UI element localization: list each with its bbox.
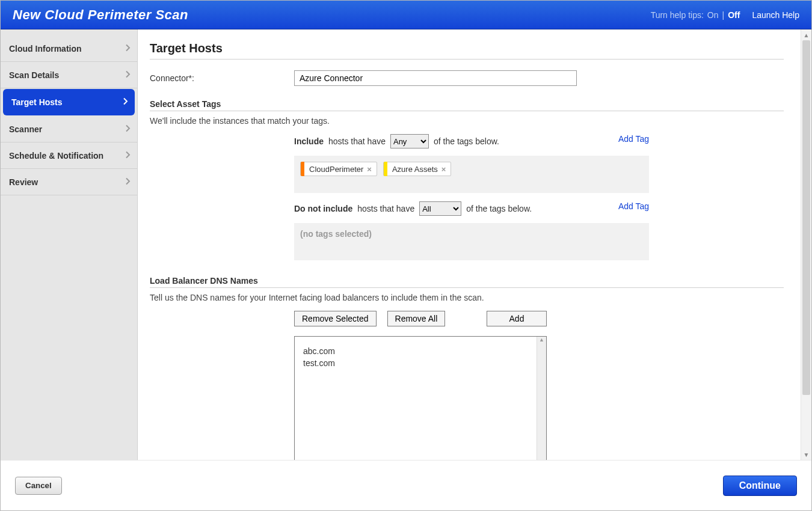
continue-button[interactable]: Continue [723,476,797,496]
help-tips-label: Turn help tips: [651,10,704,20]
chevron-right-icon [125,124,131,134]
main: Target Hosts Connector*: Select Asset Ta… [138,29,811,460]
exclude-placeholder: (no tags selected) [300,229,372,239]
exclude-tagbox: (no tags selected) [294,223,649,260]
scroll-down-icon[interactable]: ▼ [801,449,811,460]
tag-chip-label: CloudPerimeter [309,165,363,174]
lb-section: Load Balancer DNS Names Tell us the DNS … [150,276,784,460]
sidebar-item-schedule-notification[interactable]: Schedule & Notification [1,142,137,169]
dns-scrollbar[interactable]: ▲ [537,337,546,460]
exclude-mode-select[interactable]: All [419,201,461,216]
exclude-add-tag-link[interactable]: Add Tag [618,201,649,211]
sidebar-item-label: Review [9,177,38,187]
tag-chip-cloudperimeter[interactable]: CloudPerimeter × [300,162,377,176]
sidebar-item-target-hosts[interactable]: Target Hosts [3,89,135,115]
chevron-right-icon [125,70,131,80]
sidebar-item-cloud-information[interactable]: Cloud Information [1,35,137,62]
body: Cloud Information Scan Details Target Ho… [1,29,811,460]
chevron-right-icon [125,150,131,161]
sidebar-item-scan-details[interactable]: Scan Details [1,62,137,88]
help-tips-off[interactable]: Off [728,10,740,20]
sidebar-item-label: Schedule & Notification [9,151,103,161]
include-prefix-rest: hosts that have [328,136,386,146]
sidebar-item-review[interactable]: Review [1,169,137,195]
dns-list: abc.com test.com [295,337,537,460]
divider [150,59,784,60]
window: New Cloud Perimeter Scan Turn help tips:… [0,0,812,511]
sidebar-item-label: Target Hosts [11,97,63,107]
scroll-thumb[interactable] [802,40,810,395]
chevron-right-icon [125,177,131,187]
divider [150,111,784,111]
header-right: Turn help tips: On | Off Launch Help [651,10,799,20]
remove-tag-icon[interactable]: × [441,165,446,174]
sidebar-item-label: Scanner [9,124,42,134]
include-tags-block: Include hosts that have Any of the tags … [294,134,649,260]
sidebar-item-label: Scan Details [9,70,59,80]
lb-button-row: Remove Selected Remove All Add [294,311,547,326]
scroll-up-icon[interactable]: ▲ [801,29,811,40]
content: Target Hosts Connector*: Select Asset Ta… [138,29,801,460]
remove-all-button[interactable]: Remove All [387,311,446,326]
connector-label: Connector*: [150,73,294,83]
header-bar: New Cloud Perimeter Scan Turn help tips:… [1,1,811,29]
asset-tags-desc: We'll include the instances that match y… [150,116,784,126]
divider [150,287,784,288]
sidebar: Cloud Information Scan Details Target Ho… [1,29,138,460]
sidebar-item-label: Cloud Information [9,44,82,54]
dns-listbox[interactable]: abc.com test.com ▲ [294,336,547,460]
help-tips-on[interactable]: On [707,10,719,20]
include-prefix-bold: Include [294,136,324,146]
asset-tags-heading: Select Asset Tags [150,99,784,109]
chevron-right-icon [123,97,129,108]
tag-chip-azure-assets[interactable]: Azure Assets × [383,162,451,176]
exclude-prefix-rest: hosts that have [357,204,414,213]
include-line: Include hosts that have Any of the tags … [294,134,499,148]
chevron-right-icon [125,43,131,54]
list-item[interactable]: abc.com [303,345,528,357]
connector-input[interactable] [294,70,577,86]
launch-help-link[interactable]: Launch Help [752,10,799,20]
tag-color-swatch [384,162,387,176]
exclude-suffix: of the tags below. [466,204,532,213]
exclude-prefix-bold: Do not include [294,204,352,213]
main-scrollbar[interactable]: ▲ ▼ [801,29,811,460]
list-item[interactable]: test.com [303,357,528,369]
connector-row: Connector*: [150,70,784,86]
lb-desc: Tell us the DNS names for your Internet … [150,293,784,302]
tag-chip-label: Azure Assets [392,165,438,174]
cancel-button[interactable]: Cancel [15,477,62,495]
help-tips-separator: | [722,10,725,20]
footer: Cancel Continue [1,460,811,510]
include-suffix: of the tags below. [434,136,499,146]
lb-heading: Load Balancer DNS Names [150,276,784,286]
scroll-up-icon[interactable]: ▲ [537,337,546,345]
exclude-line: Do not include hosts that have All of th… [294,201,532,216]
tag-color-swatch [301,162,304,176]
add-button[interactable]: Add [487,311,547,326]
include-mode-select[interactable]: Any [390,134,429,148]
page-title: Target Hosts [150,41,784,55]
remove-tag-icon[interactable]: × [367,165,372,174]
sidebar-item-scanner[interactable]: Scanner [1,116,137,142]
include-add-tag-link[interactable]: Add Tag [618,134,649,144]
remove-selected-button[interactable]: Remove Selected [294,311,377,326]
include-tagbox: CloudPerimeter × Azure Assets × [294,156,649,193]
header-title: New Cloud Perimeter Scan [13,7,188,23]
